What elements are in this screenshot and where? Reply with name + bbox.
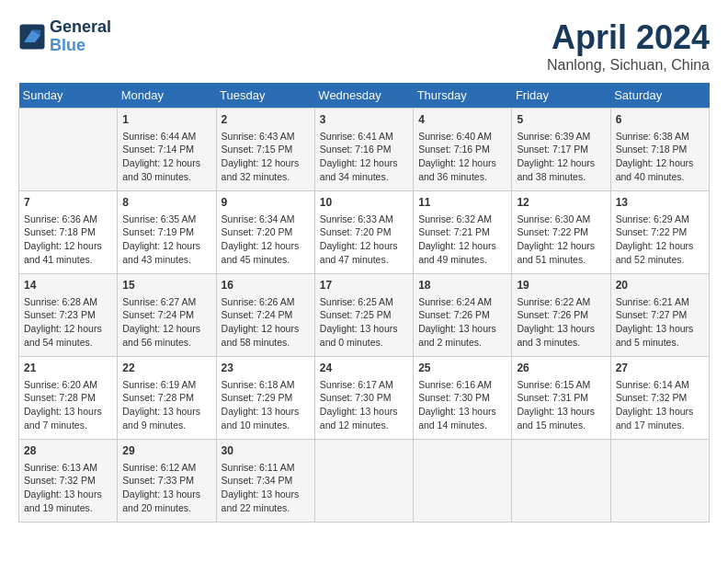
cell-sun-info: Sunrise: 6:40 AMSunset: 7:16 PMDaylight:… — [418, 130, 506, 184]
day-number: 3 — [320, 112, 408, 128]
day-number: 21 — [24, 361, 112, 376]
calendar-cell: 3Sunrise: 6:41 AMSunset: 7:16 PMDaylight… — [314, 109, 413, 191]
calendar-cell: 12Sunrise: 6:30 AMSunset: 7:22 PMDayligh… — [512, 191, 610, 274]
calendar-cell — [19, 109, 118, 191]
cell-sun-info: Sunrise: 6:19 AMSunset: 7:28 PMDaylight:… — [122, 378, 210, 432]
logo: General Blue — [18, 18, 111, 55]
day-number: 25 — [418, 361, 506, 376]
day-number: 24 — [320, 361, 408, 376]
logo-text: General Blue — [50, 18, 111, 55]
cell-sun-info: Sunrise: 6:21 AMSunset: 7:27 PMDaylight:… — [616, 295, 704, 350]
calendar-cell: 18Sunrise: 6:24 AMSunset: 7:26 PMDayligh… — [414, 274, 512, 357]
cell-sun-info: Sunrise: 6:44 AMSunset: 7:14 PMDaylight:… — [122, 130, 210, 184]
cell-sun-info: Sunrise: 6:41 AMSunset: 7:16 PMDaylight:… — [320, 130, 408, 184]
calendar-cell: 30Sunrise: 6:11 AMSunset: 7:34 PMDayligh… — [216, 440, 314, 523]
calendar-cell: 6Sunrise: 6:38 AMSunset: 7:18 PMDaylight… — [610, 109, 709, 191]
day-number: 1 — [122, 112, 210, 128]
cell-sun-info: Sunrise: 6:18 AMSunset: 7:29 PMDaylight:… — [222, 378, 310, 432]
calendar-cell: 13Sunrise: 6:29 AMSunset: 7:22 PMDayligh… — [610, 191, 709, 274]
page-header: General Blue April 2024 Nanlong, Sichuan… — [18, 18, 710, 74]
cell-sun-info: Sunrise: 6:25 AMSunset: 7:25 PMDaylight:… — [320, 295, 408, 350]
cell-sun-info: Sunrise: 6:36 AMSunset: 7:18 PMDaylight:… — [24, 213, 112, 267]
day-number: 9 — [222, 195, 310, 211]
cell-sun-info: Sunrise: 6:27 AMSunset: 7:24 PMDaylight:… — [122, 295, 210, 350]
day-number: 16 — [222, 278, 310, 293]
cell-sun-info: Sunrise: 6:30 AMSunset: 7:22 PMDaylight:… — [517, 213, 605, 267]
day-number: 23 — [222, 361, 310, 376]
day-number: 11 — [418, 195, 506, 211]
cell-sun-info: Sunrise: 6:33 AMSunset: 7:20 PMDaylight:… — [320, 213, 408, 267]
cell-sun-info: Sunrise: 6:26 AMSunset: 7:24 PMDaylight:… — [222, 295, 310, 350]
cell-sun-info: Sunrise: 6:14 AMSunset: 7:32 PMDaylight:… — [616, 378, 704, 432]
calendar-table: SundayMondayTuesdayWednesdayThursdayFrid… — [18, 83, 710, 523]
calendar-cell: 1Sunrise: 6:44 AMSunset: 7:14 PMDaylight… — [118, 109, 216, 191]
calendar-week-row: 7Sunrise: 6:36 AMSunset: 7:18 PMDaylight… — [19, 191, 710, 274]
calendar-cell: 19Sunrise: 6:22 AMSunset: 7:26 PMDayligh… — [512, 274, 610, 357]
calendar-cell: 29Sunrise: 6:12 AMSunset: 7:33 PMDayligh… — [118, 440, 216, 523]
day-number: 17 — [320, 278, 408, 293]
calendar-cell: 4Sunrise: 6:40 AMSunset: 7:16 PMDaylight… — [414, 109, 512, 191]
day-number: 4 — [418, 112, 506, 128]
day-number: 26 — [517, 361, 605, 376]
day-number: 19 — [517, 278, 605, 293]
calendar-cell: 24Sunrise: 6:17 AMSunset: 7:30 PMDayligh… — [314, 357, 413, 440]
cell-sun-info: Sunrise: 6:16 AMSunset: 7:30 PMDaylight:… — [418, 378, 506, 432]
day-number: 15 — [122, 278, 210, 293]
calendar-cell: 27Sunrise: 6:14 AMSunset: 7:32 PMDayligh… — [610, 357, 709, 440]
weekday-header-row: SundayMondayTuesdayWednesdayThursdayFrid… — [19, 83, 710, 109]
cell-sun-info: Sunrise: 6:20 AMSunset: 7:28 PMDaylight:… — [24, 378, 112, 432]
logo-line1: General — [50, 18, 111, 37]
calendar-cell: 8Sunrise: 6:35 AMSunset: 7:19 PMDaylight… — [118, 191, 216, 274]
day-number: 28 — [24, 443, 112, 459]
calendar-week-row: 28Sunrise: 6:13 AMSunset: 7:32 PMDayligh… — [19, 440, 710, 523]
weekday-header: Wednesday — [314, 83, 413, 109]
day-number: 12 — [517, 195, 605, 211]
cell-sun-info: Sunrise: 6:13 AMSunset: 7:32 PMDaylight:… — [24, 461, 112, 515]
weekday-header: Thursday — [414, 83, 512, 109]
weekday-header: Monday — [118, 83, 216, 109]
calendar-cell: 11Sunrise: 6:32 AMSunset: 7:21 PMDayligh… — [414, 191, 512, 274]
calendar-cell: 28Sunrise: 6:13 AMSunset: 7:32 PMDayligh… — [19, 440, 118, 523]
day-number: 22 — [122, 361, 210, 376]
calendar-cell: 22Sunrise: 6:19 AMSunset: 7:28 PMDayligh… — [118, 357, 216, 440]
day-number: 6 — [616, 112, 704, 128]
weekday-header: Tuesday — [216, 83, 314, 109]
cell-sun-info: Sunrise: 6:35 AMSunset: 7:19 PMDaylight:… — [122, 213, 210, 267]
calendar-cell — [610, 440, 709, 523]
calendar-cell: 25Sunrise: 6:16 AMSunset: 7:30 PMDayligh… — [414, 357, 512, 440]
cell-sun-info: Sunrise: 6:43 AMSunset: 7:15 PMDaylight:… — [222, 130, 310, 184]
day-number: 8 — [122, 195, 210, 211]
calendar-cell — [314, 440, 413, 523]
calendar-cell: 17Sunrise: 6:25 AMSunset: 7:25 PMDayligh… — [314, 274, 413, 357]
calendar-week-row: 21Sunrise: 6:20 AMSunset: 7:28 PMDayligh… — [19, 357, 710, 440]
day-number: 20 — [616, 278, 704, 293]
cell-sun-info: Sunrise: 6:32 AMSunset: 7:21 PMDaylight:… — [418, 213, 506, 267]
weekday-header: Saturday — [610, 83, 709, 109]
day-number: 5 — [517, 112, 605, 128]
calendar-cell: 5Sunrise: 6:39 AMSunset: 7:17 PMDaylight… — [512, 109, 610, 191]
calendar-cell — [512, 440, 610, 523]
calendar-cell: 14Sunrise: 6:28 AMSunset: 7:23 PMDayligh… — [19, 274, 118, 357]
calendar-cell: 9Sunrise: 6:34 AMSunset: 7:20 PMDaylight… — [216, 191, 314, 274]
cell-sun-info: Sunrise: 6:39 AMSunset: 7:17 PMDaylight:… — [517, 130, 605, 184]
calendar-cell: 10Sunrise: 6:33 AMSunset: 7:20 PMDayligh… — [314, 191, 413, 274]
cell-sun-info: Sunrise: 6:11 AMSunset: 7:34 PMDaylight:… — [222, 461, 310, 515]
day-number: 14 — [24, 278, 112, 293]
location: Nanlong, Sichuan, China — [547, 57, 710, 74]
calendar-cell: 2Sunrise: 6:43 AMSunset: 7:15 PMDaylight… — [216, 109, 314, 191]
calendar-cell: 23Sunrise: 6:18 AMSunset: 7:29 PMDayligh… — [216, 357, 314, 440]
cell-sun-info: Sunrise: 6:29 AMSunset: 7:22 PMDaylight:… — [616, 213, 704, 267]
day-number: 7 — [24, 195, 112, 211]
logo-icon — [18, 23, 46, 51]
calendar-cell — [414, 440, 512, 523]
cell-sun-info: Sunrise: 6:15 AMSunset: 7:31 PMDaylight:… — [517, 378, 605, 432]
cell-sun-info: Sunrise: 6:17 AMSunset: 7:30 PMDaylight:… — [320, 378, 408, 432]
month-title: April 2024 — [547, 18, 710, 57]
day-number: 18 — [418, 278, 506, 293]
calendar-cell: 20Sunrise: 6:21 AMSunset: 7:27 PMDayligh… — [610, 274, 709, 357]
calendar-cell: 26Sunrise: 6:15 AMSunset: 7:31 PMDayligh… — [512, 357, 610, 440]
day-number: 30 — [222, 443, 310, 459]
day-number: 27 — [616, 361, 704, 376]
calendar-cell: 16Sunrise: 6:26 AMSunset: 7:24 PMDayligh… — [216, 274, 314, 357]
cell-sun-info: Sunrise: 6:12 AMSunset: 7:33 PMDaylight:… — [122, 461, 210, 515]
